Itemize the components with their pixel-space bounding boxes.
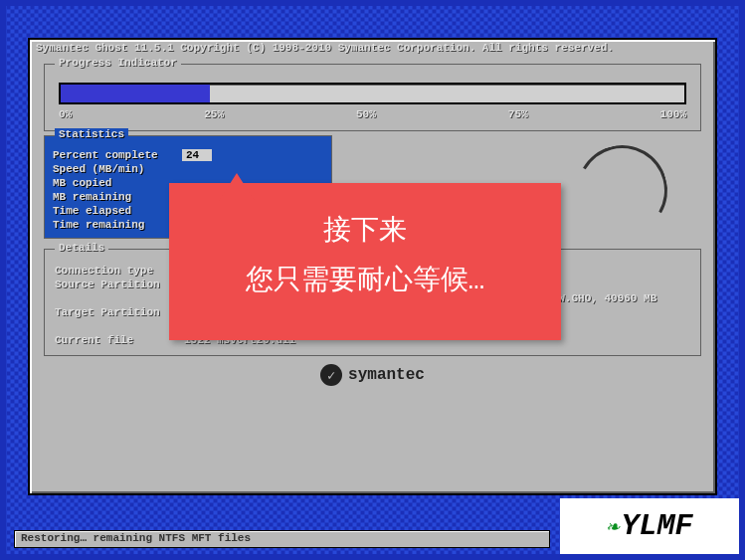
tick-0: 0% [59,108,72,120]
callout-line1: 接下来 [187,207,543,257]
stat-value: 24 [182,149,212,161]
tick-100: 100% [660,108,686,120]
progress-bar [59,83,686,104]
progress-indicator-group: Progress Indicator 0% 25% 50% 75% 100% [44,64,701,131]
instruction-callout: 接下来 您只需要耐心等候… [169,183,561,340]
progress-legend: Progress Indicator [55,57,181,69]
progress-fill [61,85,210,102]
symantec-logo: ✓ symantec [30,364,715,386]
tick-50: 50% [356,108,376,120]
status-text: Restoring… remaining NTFS MFT files [21,532,251,544]
tick-75: 75% [508,108,528,120]
callout-line2: 您只需要耐心等候… [187,257,543,306]
tick-25: 25% [204,108,224,120]
status-bar: Restoring… remaining NTFS MFT files [14,530,550,548]
details-legend: Details [55,242,108,254]
symantec-icon: ✓ [320,364,342,386]
progress-ticks: 0% 25% 50% 75% 100% [59,108,686,120]
title-bar: Symantec Ghost 11.5.1 Copyright (C) 1998… [30,40,715,56]
leaf-icon: ❧ [606,513,619,540]
ylmf-logo: ❧ YLMF [560,498,739,554]
stat-label: Percent complete [53,149,182,161]
stats-legend: Statistics [55,128,128,140]
